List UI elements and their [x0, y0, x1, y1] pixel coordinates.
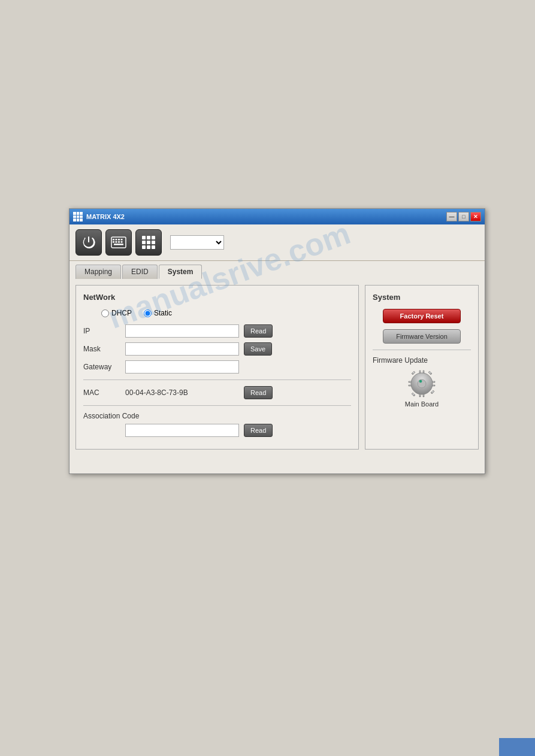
tab-edid[interactable]: EDID: [122, 265, 158, 279]
keyboard-button[interactable]: [105, 229, 132, 256]
separator-1: [83, 379, 351, 380]
dhcp-radio-label[interactable]: DHCP: [101, 309, 132, 317]
window-bottom-padding: [69, 456, 485, 473]
mask-input[interactable]: [125, 342, 239, 356]
svg-rect-10: [142, 236, 146, 239]
ip-label: IP: [83, 327, 125, 335]
svg-rect-18: [152, 245, 155, 249]
svg-rect-2: [116, 239, 117, 241]
tab-content: NetWork DHCP Static IP Read Ma: [69, 279, 485, 456]
svg-rect-14: [147, 241, 150, 244]
dhcp-radio[interactable]: [101, 309, 109, 317]
assoc-input[interactable]: [125, 424, 239, 437]
application-window: MATRIX 4X2 — □ ✕: [69, 208, 485, 474]
svg-point-21: [419, 380, 422, 382]
firmware-version-button[interactable]: Firmware Version: [383, 329, 461, 344]
device-dropdown[interactable]: [170, 235, 224, 250]
svg-rect-1: [113, 239, 114, 241]
assoc-section: Association Code Read: [83, 412, 351, 437]
tab-mapping[interactable]: Mapping: [75, 265, 121, 279]
window-title: MATRIX 4X2: [86, 213, 446, 220]
ip-mode-row: DHCP Static: [83, 309, 351, 317]
svg-rect-8: [121, 241, 123, 243]
save-button[interactable]: Save: [244, 342, 272, 356]
titlebar: MATRIX 4X2 — □ ✕: [69, 209, 485, 224]
svg-rect-12: [152, 236, 155, 239]
main-board-label: Main Board: [405, 400, 439, 408]
assoc-label: Association Code: [83, 412, 351, 420]
svg-rect-13: [142, 241, 146, 244]
toolbar: [69, 224, 485, 261]
svg-rect-6: [116, 241, 117, 243]
tab-bar: Mapping EDID System: [69, 261, 485, 279]
close-button[interactable]: ✕: [470, 212, 481, 221]
device-select[interactable]: [170, 235, 224, 250]
mac-value: 00-04-A3-8C-73-9B: [125, 388, 239, 397]
gateway-input[interactable]: [125, 360, 239, 374]
matrix-icon: [141, 235, 156, 250]
app-icon: [73, 212, 83, 221]
mask-label: Mask: [83, 345, 125, 353]
svg-rect-11: [147, 236, 150, 239]
factory-reset-button[interactable]: Factory Reset: [383, 309, 461, 323]
bottom-right-decoration: [499, 738, 535, 756]
mac-label: MAC: [83, 388, 125, 397]
network-title: NetWork: [83, 293, 351, 302]
system-panel: System Factory Reset Firmware Version Fi…: [365, 285, 479, 450]
gear-icon: [407, 369, 436, 398]
separator-3: [373, 350, 471, 350]
maximize-button[interactable]: □: [458, 212, 469, 221]
separator-2: [83, 405, 351, 406]
static-radio[interactable]: [144, 309, 152, 317]
static-radio-label[interactable]: Static: [144, 309, 172, 317]
minimize-button[interactable]: —: [446, 212, 457, 221]
ip-read-button[interactable]: Read: [244, 324, 273, 338]
main-board-firmware[interactable]: Main Board: [373, 369, 471, 408]
network-panel: NetWork DHCP Static IP Read Ma: [75, 285, 359, 450]
svg-rect-3: [118, 239, 120, 241]
svg-rect-5: [113, 241, 114, 243]
ip-row: IP Read: [83, 324, 351, 338]
assoc-row: Read: [83, 424, 351, 437]
svg-rect-9: [114, 244, 123, 245]
matrix-button[interactable]: [135, 229, 162, 256]
dhcp-label: DHCP: [111, 309, 132, 317]
firmware-update-title: Firmware Update: [373, 356, 471, 365]
mask-row: Mask Save: [83, 342, 351, 356]
svg-rect-15: [152, 241, 155, 244]
ip-input[interactable]: [125, 324, 239, 338]
svg-rect-4: [121, 239, 123, 241]
gateway-label: Gateway: [83, 363, 125, 371]
static-label: Static: [154, 309, 172, 317]
power-icon: [81, 235, 96, 250]
assoc-read-button[interactable]: Read: [244, 424, 273, 437]
power-button[interactable]: [75, 229, 102, 256]
svg-rect-16: [142, 245, 146, 249]
tab-system[interactable]: System: [159, 265, 202, 279]
window-controls: — □ ✕: [446, 212, 481, 221]
system-title: System: [373, 293, 471, 302]
keyboard-icon: [111, 236, 126, 248]
mac-row: MAC 00-04-A3-8C-73-9B Read: [83, 386, 351, 399]
svg-rect-17: [147, 245, 150, 249]
svg-rect-7: [118, 241, 120, 243]
gateway-row: Gateway: [83, 360, 351, 374]
mac-read-button[interactable]: Read: [244, 386, 273, 399]
